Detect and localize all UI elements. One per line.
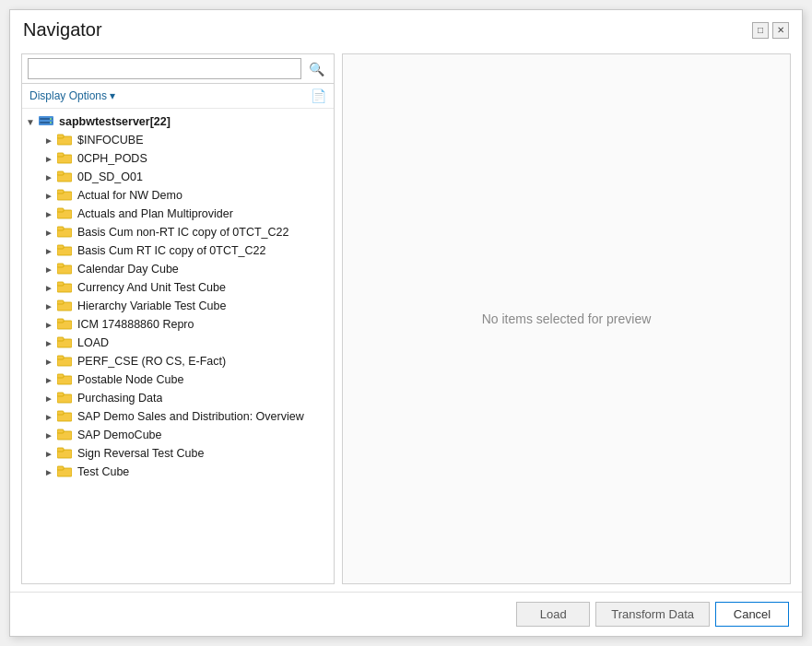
svg-rect-18 bbox=[57, 245, 64, 249]
display-options-bar: Display Options ▾ 📄 bbox=[22, 84, 334, 109]
list-item[interactable]: ► SAP DemoCube bbox=[41, 426, 334, 444]
list-item[interactable]: ► 0D_SD_O01 bbox=[41, 168, 334, 186]
list-item[interactable]: ► Sign Reversal Test Cube bbox=[41, 444, 334, 463]
main-content: 🔍 Display Options ▾ 📄 ▼ bbox=[10, 46, 802, 584]
list-item[interactable]: ► Basis Cum RT IC copy of 0TCT_C22 bbox=[41, 241, 334, 260]
title-bar-left: Navigator bbox=[23, 19, 102, 41]
item-chevron-icon: ► bbox=[44, 154, 57, 164]
svg-rect-0 bbox=[39, 116, 53, 125]
item-chevron-icon: ► bbox=[44, 320, 57, 330]
item-chevron-icon: ► bbox=[44, 172, 57, 182]
cancel-button[interactable]: Cancel bbox=[715, 602, 789, 627]
folder-icon bbox=[57, 372, 74, 387]
folder-icon bbox=[57, 409, 74, 424]
folder-icon bbox=[57, 317, 74, 332]
load-button[interactable]: Load bbox=[516, 602, 590, 627]
folder-icon bbox=[57, 335, 74, 350]
list-item[interactable]: ► Test Cube bbox=[41, 463, 334, 481]
root-chevron-icon: ▼ bbox=[26, 117, 39, 127]
folder-icon bbox=[57, 428, 74, 442]
list-item[interactable]: ► Purchasing Data bbox=[41, 389, 334, 407]
item-label: 0CPH_PODS bbox=[77, 152, 147, 165]
search-button[interactable]: 🔍 bbox=[305, 60, 328, 78]
list-item[interactable]: ► Postable Node Cube bbox=[41, 370, 334, 389]
item-chevron-icon: ► bbox=[44, 338, 57, 348]
folder-icon bbox=[57, 446, 74, 461]
svg-rect-40 bbox=[57, 448, 64, 452]
display-options-label: Display Options bbox=[29, 89, 107, 102]
item-chevron-icon: ► bbox=[44, 467, 57, 477]
close-button[interactable]: ✕ bbox=[772, 22, 789, 39]
item-chevron-icon: ► bbox=[44, 357, 57, 367]
list-item[interactable]: ► SAP Demo Sales and Distribution: Overv… bbox=[41, 407, 334, 426]
svg-point-4 bbox=[50, 122, 52, 123]
right-panel: No items selected for preview bbox=[342, 53, 791, 584]
transform-data-button[interactable]: Transform Data bbox=[595, 602, 710, 627]
item-chevron-icon: ► bbox=[44, 246, 57, 256]
svg-rect-6 bbox=[57, 135, 64, 138]
child-items: ► $INFOCUBE ► 0CPH_PODS ► bbox=[22, 131, 334, 481]
list-item[interactable]: ► Currency And Unit Test Cube bbox=[41, 278, 334, 297]
folder-icon bbox=[57, 299, 74, 313]
item-chevron-icon: ► bbox=[44, 283, 57, 293]
svg-rect-36 bbox=[57, 411, 64, 415]
item-chevron-icon: ► bbox=[44, 430, 57, 440]
svg-rect-24 bbox=[57, 300, 64, 304]
list-item[interactable]: ► Actuals and Plan Multiprovider bbox=[41, 205, 334, 223]
chevron-down-icon: ▾ bbox=[110, 89, 115, 102]
item-label: Test Cube bbox=[77, 465, 129, 478]
tree-container[interactable]: ▼ sapbwtestserver[22] bbox=[22, 109, 334, 583]
item-chevron-icon: ► bbox=[44, 191, 57, 201]
list-item[interactable]: ► $INFOCUBE bbox=[41, 131, 334, 149]
svg-rect-34 bbox=[57, 393, 64, 396]
navigator-dialog: Navigator □ ✕ 🔍 Display Options ▾ 📄 bbox=[9, 9, 803, 637]
item-label: Postable Node Cube bbox=[77, 373, 183, 386]
tree-root: ▼ sapbwtestserver[22] bbox=[22, 109, 334, 485]
preview-empty-text: No items selected for preview bbox=[482, 311, 652, 326]
list-item[interactable]: ► 0CPH_PODS bbox=[41, 149, 334, 168]
left-panel: 🔍 Display Options ▾ 📄 ▼ bbox=[21, 53, 335, 584]
list-item[interactable]: ► PERF_CSE (RO CS, E-Fact) bbox=[41, 352, 334, 370]
item-label: 0D_SD_O01 bbox=[77, 170, 143, 183]
list-item[interactable]: ► LOAD bbox=[41, 334, 334, 352]
svg-rect-8 bbox=[57, 153, 64, 157]
search-input[interactable] bbox=[28, 58, 301, 79]
item-label: Hierarchy Variable Test Cube bbox=[77, 300, 226, 312]
refresh-button[interactable]: 📄 bbox=[311, 88, 326, 103]
svg-rect-32 bbox=[57, 374, 64, 378]
svg-rect-14 bbox=[57, 208, 64, 212]
item-label: Actual for NW Demo bbox=[77, 189, 182, 202]
footer: Load Transform Data Cancel bbox=[10, 592, 802, 636]
item-chevron-icon: ► bbox=[44, 209, 57, 219]
folder-icon bbox=[57, 188, 74, 203]
list-item[interactable]: ► ICM 174888860 Repro bbox=[41, 315, 334, 334]
item-chevron-icon: ► bbox=[44, 264, 57, 275]
list-item[interactable]: ► Actual for NW Demo bbox=[41, 186, 334, 205]
folder-icon bbox=[57, 170, 74, 184]
folder-icon bbox=[57, 225, 74, 240]
folder-icon bbox=[57, 151, 74, 166]
svg-rect-26 bbox=[57, 319, 64, 323]
item-chevron-icon: ► bbox=[44, 301, 57, 311]
item-label: Actuals and Plan Multiprovider bbox=[77, 207, 233, 220]
item-chevron-icon: ► bbox=[44, 228, 57, 238]
list-item[interactable]: ► Calendar Day Cube bbox=[41, 260, 334, 278]
item-label: SAP Demo Sales and Distribution: Overvie… bbox=[77, 410, 304, 423]
folder-icon bbox=[57, 243, 74, 258]
folder-icon bbox=[57, 280, 74, 295]
tree-root-item[interactable]: ▼ sapbwtestserver[22] bbox=[22, 112, 334, 131]
folder-icon bbox=[57, 133, 74, 147]
svg-rect-20 bbox=[57, 264, 64, 267]
item-label: PERF_CSE (RO CS, E-Fact) bbox=[77, 355, 226, 368]
folder-icon bbox=[57, 464, 74, 479]
svg-rect-30 bbox=[57, 356, 64, 359]
folder-icon bbox=[57, 391, 74, 405]
list-item[interactable]: ► Hierarchy Variable Test Cube bbox=[41, 297, 334, 315]
folder-icon bbox=[57, 206, 74, 221]
server-icon bbox=[39, 114, 55, 129]
item-chevron-icon: ► bbox=[44, 393, 57, 404]
minimize-button[interactable]: □ bbox=[752, 22, 769, 39]
display-options-button[interactable]: Display Options ▾ bbox=[29, 89, 115, 102]
list-item[interactable]: ► Basis Cum non-RT IC copy of 0TCT_C22 bbox=[41, 223, 334, 241]
item-label: Basis Cum RT IC copy of 0TCT_C22 bbox=[77, 244, 265, 257]
